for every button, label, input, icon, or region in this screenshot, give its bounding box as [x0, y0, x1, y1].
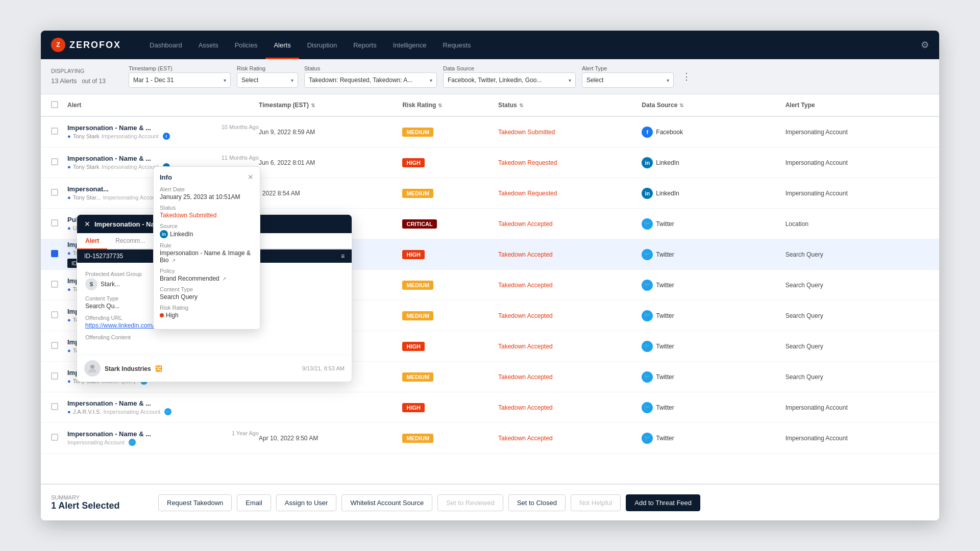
- chevron-down-icon: ▾: [667, 78, 669, 83]
- nav-policies[interactable]: Policies: [227, 31, 266, 59]
- row-checkbox[interactable]: [51, 189, 58, 196]
- sort-icon: ⇅: [679, 103, 683, 108]
- risk-filter: Risk Rating Select ▾: [237, 65, 298, 88]
- linkedin-icon: in: [160, 230, 168, 238]
- risk-badge: MEDIUM: [402, 372, 433, 382]
- row-status: Takedown Accepted: [498, 251, 642, 258]
- status-filter: Status Takedown: Requested, Takedown: A.…: [304, 65, 437, 88]
- nav-alerts[interactable]: Alerts: [265, 31, 299, 59]
- nav-reports[interactable]: Reports: [345, 31, 385, 59]
- comment-avatar: [84, 360, 101, 377]
- comment-details: Stark Industries: [105, 364, 151, 373]
- sort-icon: ⇅: [519, 103, 523, 108]
- row-checkbox[interactable]: [51, 158, 58, 165]
- col-risk[interactable]: Risk Rating ⇅: [402, 102, 498, 109]
- add-threat-feed-button[interactable]: Add to Threat Feed: [626, 494, 700, 511]
- row-type: Search Query: [786, 282, 929, 289]
- source-icon: 🐦: [642, 218, 653, 230]
- alert-title: Impersonation - Name & ...: [67, 430, 232, 438]
- row-type: Search Query: [786, 373, 929, 381]
- col-status[interactable]: Status ⇅: [498, 102, 642, 109]
- row-checkbox[interactable]: [51, 219, 58, 227]
- assign-to-user-button[interactable]: Assign to User: [276, 494, 337, 511]
- ext-link-icon[interactable]: ↗: [222, 276, 226, 282]
- timestamp-select[interactable]: Mar 1 - Dec 31 ▾: [129, 72, 231, 88]
- table-row[interactable]: Impersonation - Name & ... ●J.A.R.V.I.S.…: [41, 392, 939, 423]
- panel-close-button[interactable]: ✕: [84, 220, 90, 228]
- status-select[interactable]: Takedown: Requested, Takedown: A... ▾: [304, 72, 437, 88]
- ext-link-icon[interactable]: ↗: [172, 258, 176, 263]
- row-risk: MEDIUM: [402, 188, 498, 198]
- more-options-icon[interactable]: ⋮: [682, 71, 691, 82]
- timestamp-filter: Timestamp (EST) Mar 1 - Dec 31 ▾: [129, 65, 231, 88]
- svg-point-0: [90, 365, 94, 369]
- alert-title: Impersonation - Name & ...: [67, 399, 259, 407]
- risk-label: Risk Rating: [237, 65, 298, 71]
- row-risk: MEDIUM: [402, 127, 498, 137]
- set-reviewed-button: Set to Reviewed: [437, 494, 503, 511]
- col-timestamp[interactable]: Timestamp (EST) ⇅: [259, 102, 402, 109]
- risk-select[interactable]: Select ▾: [237, 72, 298, 88]
- nav-bar: Z ZEROFOX Dashboard Assets Policies Aler…: [41, 31, 939, 59]
- table-row[interactable]: Impersonation - Name & ... Impersonating…: [41, 423, 939, 454]
- select-all-checkbox[interactable]: [51, 101, 58, 108]
- source-select[interactable]: Facebook, Twitter, Linkedin, Goo... ▾: [443, 72, 576, 88]
- row-checkbox[interactable]: [51, 403, 58, 410]
- risk-badge: HIGH: [402, 250, 425, 259]
- row-source: in LinkedIn: [642, 157, 785, 168]
- source-icon: 🐦: [642, 249, 653, 260]
- email-button[interactable]: Email: [237, 494, 271, 511]
- row-source: 🐦 Twitter: [642, 218, 785, 230]
- row-source: in LinkedIn: [642, 188, 785, 199]
- row-timestamp: Jun 9, 2022 8:59 AM: [259, 129, 402, 136]
- source-icon: in: [642, 188, 653, 199]
- info-popup-title: Info: [160, 173, 172, 181]
- nav-dashboard[interactable]: Dashboard: [141, 31, 190, 59]
- panel-menu-icon[interactable]: ≡: [341, 253, 345, 260]
- alert-count: 13 Alerts out of 13: [51, 74, 122, 86]
- row-timestamp: Jun 6, 2022 8:01 AM: [259, 159, 402, 166]
- row-checkbox[interactable]: [51, 281, 58, 288]
- row-status: Takedown Requested: [498, 159, 642, 166]
- source-icon: 🐦: [642, 371, 653, 383]
- summary-text: 1 Alert Selected: [51, 500, 153, 511]
- risk-badge: MEDIUM: [402, 311, 433, 320]
- row-checkbox[interactable]: [51, 250, 58, 257]
- row-timestamp: Apr 10, 2022 9:50 AM: [259, 435, 402, 442]
- row-checkbox[interactable]: [51, 434, 58, 441]
- panel-comment: Stark Industries 🔀 9/13/21, 8:53 AM: [77, 355, 352, 382]
- row-checkbox[interactable]: [51, 311, 58, 318]
- row-checkbox[interactable]: [51, 128, 58, 135]
- alert-title: Impersonation - Name & ...: [67, 124, 222, 132]
- risk-badge: MEDIUM: [402, 128, 433, 137]
- alert-count-total: out of 13: [82, 78, 106, 85]
- whitelist-button[interactable]: Whitelist Account Source: [341, 494, 432, 511]
- row-timestamp: , 2022 8:54 AM: [259, 190, 402, 197]
- set-closed-button[interactable]: Set to Closed: [508, 494, 566, 511]
- type-select[interactable]: Select ▾: [582, 72, 674, 88]
- row-status: Takedown Requested: [498, 190, 642, 197]
- info-popup-close[interactable]: ✕: [248, 173, 254, 181]
- source-icon: 🐦: [642, 433, 653, 444]
- nav-requests[interactable]: Requests: [435, 31, 479, 59]
- row-source: 🐦 Twitter: [642, 310, 785, 321]
- tab-recommend[interactable]: Recomm...: [107, 233, 153, 249]
- translate-icon[interactable]: 🔀: [155, 365, 162, 372]
- row-type: Impersonating Account: [786, 190, 929, 197]
- chevron-down-icon: ▾: [291, 78, 293, 83]
- summary-label: Summary: [51, 494, 153, 500]
- table-row[interactable]: Impersonation - Name & ... ●Tony Stark I…: [41, 117, 939, 147]
- col-source[interactable]: Data Source ⇅: [642, 102, 785, 109]
- request-takedown-button[interactable]: Request Takedown: [158, 494, 232, 511]
- row-source: f Facebook: [642, 127, 785, 138]
- row-checkbox[interactable]: [51, 342, 58, 349]
- nav-intelligence[interactable]: Intelligence: [385, 31, 435, 59]
- nav-assets[interactable]: Assets: [190, 31, 227, 59]
- settings-icon[interactable]: ⚙: [921, 39, 929, 51]
- row-checkbox[interactable]: [51, 372, 58, 380]
- tab-alert[interactable]: Alert: [77, 233, 107, 249]
- row-status: Takedown Accepted: [498, 343, 642, 350]
- row-type: Location: [786, 220, 929, 228]
- col-type: Alert Type: [786, 102, 929, 109]
- nav-disruption[interactable]: Disruption: [299, 31, 346, 59]
